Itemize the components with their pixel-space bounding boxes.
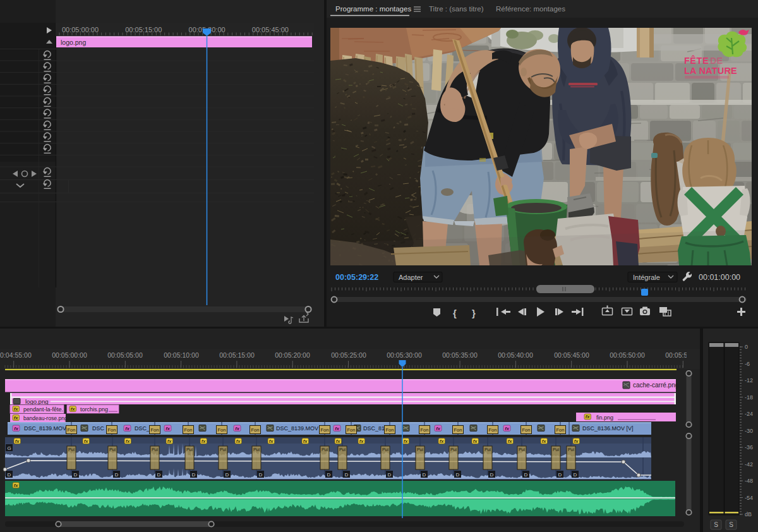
svg-text:fx: fx [14,483,18,488]
svg-text:fx: fx [167,438,172,444]
svg-text:00:05:05:00: 00:05:05:00 [107,351,143,359]
svg-text:Fon: Fon [522,427,531,433]
svg-text:fx: fx [505,426,509,432]
svg-text:00:05:40:00: 00:05:40:00 [498,351,533,359]
svg-text:fx: fx [125,426,129,432]
svg-text:00:05:29:22: 00:05:29:22 [335,273,378,282]
svg-text:logo.png: logo.png [25,398,48,405]
svg-text:Pui: Pui [253,447,260,452]
svg-text:fx: fx [303,438,308,444]
svg-text:DSC_8139.MOV [: DSC_8139.MOV [ [276,425,322,432]
svg-text:Fon: Fon [108,427,116,433]
svg-text:fx: fx [440,438,444,444]
svg-text:0: 0 [745,344,748,350]
svg-text:Fon: Fon [489,427,497,433]
svg-text:00:05:15:00: 00:05:15:00 [219,351,255,359]
svg-text:fin.png: fin.png [596,414,613,421]
svg-text:cache-carré.png: cache-carré.png [633,382,678,389]
svg-text:-30: -30 [745,428,753,434]
svg-text:Fon: Fon [421,427,429,433]
svg-text:fx: fx [202,438,206,444]
svg-text:}: } [472,308,476,318]
svg-text:D: D [8,472,11,478]
svg-text:D: D [345,472,349,478]
svg-text:DSC_8136.MOV [V]: DSC_8136.MOV [V] [582,425,634,432]
svg-text:fx: fx [542,438,546,444]
svg-text:fx: fx [586,414,590,420]
svg-text:00:05:00:00: 00:05:00:00 [52,351,87,359]
svg-text:-48: -48 [745,478,753,484]
svg-text:00:05:20:00: 00:05:20:00 [275,351,310,359]
svg-text:fx: fx [436,426,440,432]
svg-text:Fon: Fon [251,427,260,433]
svg-text:Référence: montages: Référence: montages [496,5,565,13]
svg-text:D: D [524,472,528,478]
svg-text:Fon: Fon [321,427,329,433]
svg-text:Pui: Pui [109,447,116,452]
svg-text:Pui: Pui [553,447,560,452]
svg-text:D: D [74,472,78,478]
svg-text:fx: fx [236,438,241,444]
svg-text:D: D [456,472,460,478]
svg-text:fx: fx [165,426,170,432]
svg-text:S: S [729,521,733,528]
svg-text:-18: -18 [745,394,753,401]
svg-text:DSC: DSC [92,425,105,432]
svg-text:fx: fx [269,438,274,444]
svg-text:00:05:00:00: 00:05:00:00 [62,26,99,33]
svg-text:00:05:50:00: 00:05:50:00 [610,351,645,359]
svg-text:{: { [453,308,457,318]
svg-text:-12: -12 [745,377,753,384]
svg-text:D: D [192,472,196,478]
svg-text:S: S [714,521,718,528]
svg-text:Pui: Pui [382,447,389,452]
svg-text:Pui: Pui [484,447,491,452]
svg-text:Fon: Fon [454,427,462,433]
svg-text:D: D [226,472,229,478]
svg-text:Pui: Pui [322,447,328,452]
svg-text:logo.png: logo.png [61,39,86,46]
svg-text:00:05:30:00: 00:05:30:00 [387,351,422,359]
svg-text:Pui: Pui [568,447,575,452]
svg-text:Fon: Fon [151,427,159,433]
svg-text:fx: fx [404,438,408,444]
svg-text:Fon: Fon [347,427,356,433]
svg-text:fx: fx [336,438,340,444]
svg-text:00:05:45:00: 00:05:45:00 [554,351,589,359]
svg-text:Pui: Pui [339,447,346,452]
svg-text:D: D [388,472,392,478]
svg-text:Intégrale: Intégrale [633,274,660,281]
svg-text:Fon: Fon [68,427,76,433]
svg-text:Pui: Pui [186,447,193,452]
svg-text:fx: fx [84,438,88,444]
svg-text:D: D [327,472,331,478]
svg-text:Fon: Fon [386,427,394,433]
svg-text:G: G [7,445,11,451]
svg-text:fx: fx [359,438,364,444]
svg-text:-42: -42 [745,461,753,468]
svg-text:D: D [490,472,494,478]
svg-text:DSC_: DSC_ [135,425,150,432]
svg-text:fx: fx [235,426,239,432]
svg-text:D: D [115,472,119,478]
svg-text:fx: fx [14,406,18,412]
svg-text:DSC_81: DSC_81 [363,425,385,432]
svg-text:D: D [157,472,161,478]
svg-text:Pui: Pui [417,447,424,452]
svg-text:D: D [423,472,426,478]
svg-text:D: D [574,472,577,478]
svg-text:Pui: Pui [68,447,75,452]
svg-text:Fon: Fon [184,427,193,433]
svg-text:-6: -6 [745,361,750,367]
svg-text:fx: fx [335,426,339,432]
svg-text:fx: fx [71,406,75,412]
svg-text:fx: fx [14,415,18,421]
svg-text:fx: fx [473,438,478,444]
svg-text:-54: -54 [745,495,753,501]
svg-text:fx: fx [508,438,512,444]
svg-text:fx: fx [15,438,20,444]
svg-text:00:05:15:00: 00:05:15:00 [125,26,162,33]
svg-text:pendant-la-fête.: pendant-la-fête. [23,406,63,413]
svg-text:DSC_8139.MOV [: DSC_8139.MOV [ [24,425,70,432]
svg-text:Adapter: Adapter [399,274,423,281]
